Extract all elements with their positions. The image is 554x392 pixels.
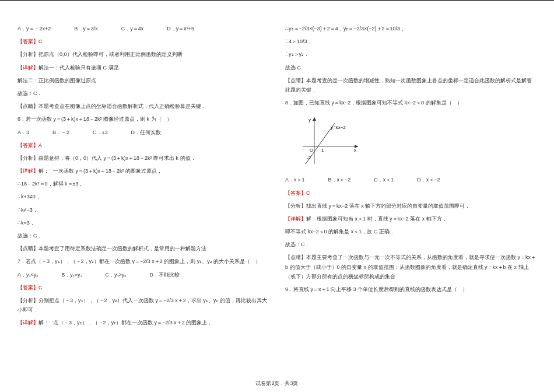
q6-detail3: ∵k+3≠0， <box>17 192 269 201</box>
q6-opt-b: B．－2 <box>52 128 69 137</box>
q5-detail-line: 【详解】解法一：代入检验只有选项 C 满足 <box>17 63 269 72</box>
q6-detail4: ∴k≠−3． <box>17 205 269 215</box>
q6-detail6: 故选：C． <box>17 231 269 240</box>
q8-opt-a: A．x＞1 <box>285 175 305 184</box>
q8-opt-b: B．x＞−2 <box>328 175 351 184</box>
q8-text: 8．如图，已知直线 y＝kx−2，根据图象可知不等式 kx−2＜0 的解集是（ … <box>285 98 537 107</box>
q6-opt-c: C．±3 <box>93 128 107 137</box>
q5-opt-c: C．y＝4x <box>121 24 144 33</box>
q8-options: A．x＞1 B．x＞−2 C．x＜1 D．x＜−2 <box>285 175 537 184</box>
graph-svg: y=kx−2 O -2 1 x y <box>297 114 361 167</box>
q8-opt-d: D．x＜−2 <box>417 175 440 184</box>
page-content: A．y＝－2x+2 B．y＝3/x C．y＝4x D．y＝x²+5 【答案】C … <box>0 0 554 338</box>
q7-options: A．y₁<y₂ B．y₁=y₂ C．y₁>y₂ D．不能比较 <box>17 270 269 279</box>
q6-detail2: ∴18－2k²＝0，解得 k＝±3， <box>17 179 269 188</box>
q7-opt-a: A．y₁<y₂ <box>17 270 38 279</box>
q5-detail3: 故选：C． <box>17 89 269 98</box>
q6-answer-label: 【答案】A <box>17 141 269 150</box>
q5-detail-label: 【详解】 <box>17 65 38 71</box>
q6-opt-d: D．任何实数 <box>131 128 161 137</box>
q7-opt-d: D．不能比较 <box>149 270 180 279</box>
q8-tip: 【点睛】本题主要考查了一次函数与一元一次不等式的关系，从函数的角度看，就是寻求使… <box>285 253 537 281</box>
two-columns: A．y＝－2x+2 B．y＝3/x C．y＝4x D．y＝x²+5 【答案】C … <box>17 24 537 328</box>
q7-answer-label: 【答案】C <box>17 283 269 292</box>
q8-detail2: 即不等式 kx−2＜0 的解集是 x＜1，故 C 正确． <box>285 227 537 236</box>
q7-opt-b: B．y₁=y₂ <box>61 270 82 279</box>
q5-answer-label: 【答案】C <box>17 37 269 46</box>
q5-detail-text: 解法一：代入检验只有选项 C 满足 <box>38 65 119 71</box>
q8-opt-c: C．x＜1 <box>374 175 394 184</box>
q8-detail-text: 解：根据图象可知当 x＜1 时，直线 y＝kx−2 落在 x 轴下方， <box>306 216 447 222</box>
graph-y-label: y <box>308 117 311 123</box>
right-column: ∴y₁＝−2/3×(−3)＋2＝4，y₂＝−2/3×(−2)＋2＝10/3， ∵… <box>285 24 537 328</box>
q5-opt-b: B．y＝3/x <box>74 24 98 33</box>
q7-opt-c: C．y₁>y₂ <box>106 270 127 279</box>
q7-calc2: ∵4＞10/3， <box>285 37 537 46</box>
q8-analysis: 【分析】找出直线 y＝kx−2 落在 x 轴下方的部分对应的自变量的取值范围即可… <box>285 201 537 211</box>
q5-options: A．y＝－2x+2 B．y＝3/x C．y＝4x D．y＝x²+5 <box>17 24 269 33</box>
graph-neg2: -2 <box>307 155 311 160</box>
q6-detail5: ∴k=3． <box>17 218 269 228</box>
q7-detail-text: 解：∵点（－3，y₁），（－2，y₂）都在一次函数 y＝−2/3 x＋2 的图象… <box>38 320 212 326</box>
q7-select: 故选 C. <box>285 63 537 72</box>
q8-graph: y=kx−2 O -2 1 x y <box>297 114 537 168</box>
q5-detail2: 解法二：正比例函数的图像过原点 <box>17 76 269 85</box>
q6-detail-line: 【详解】解：∵一次函数 y＝(3＋k)x＋18－2k² 的图象过原点， <box>17 166 269 176</box>
q6-opt-a: A．3 <box>17 128 29 137</box>
q6-text: 6．若一次函数 y＝(3＋k)x＋18－2k² 图像经过原点，则 k 为（ ） <box>17 114 269 124</box>
q7-detail-line: 【详解】解：∵点（－3，y₁），（－2，y₂）都在一次函数 y＝−2/3 x＋2… <box>17 318 269 327</box>
graph-label: y=kx−2 <box>331 125 346 130</box>
graph-one: 1 <box>321 148 324 153</box>
q6-detail-label: 【详解】 <box>17 168 38 174</box>
y-arrow-icon <box>313 117 316 121</box>
q6-options: A．3 B．－2 C．±3 D．任何实数 <box>17 128 269 137</box>
q7-calc3: ∴y₁＞y₂． <box>285 50 537 59</box>
graph-x-label: x <box>354 148 356 153</box>
q5-analysis: 【分析】把原点（0,0）代入检验即可，或者利用正比例函数的定义判断 <box>17 50 269 59</box>
q7-calc1: ∴y₁＝−2/3×(−3)＋2＝4，y₂＝−2/3×(−2)＋2＝10/3， <box>285 24 537 33</box>
q8-answer-label: 【答案】C <box>285 188 537 198</box>
q6-tip: 【点睛】本题考查了用待定系数法确定一次函数的解析式，是常用的一种解题方法． <box>17 244 269 253</box>
q8-detail3: 故选：C． <box>285 240 537 249</box>
q9-text: 9．将直线 y＝x＋1 向上平移 3 个单位长度后得到的直线的函数表达式是（ ） <box>285 285 537 294</box>
q8-detail-line: 【详解】解：根据图象可知当 x＜1 时，直线 y＝kx−2 落在 x 轴下方， <box>285 214 537 223</box>
q7-detail-label: 【详解】 <box>17 320 38 326</box>
q7-text: 7．若点（－3，y₁），（－2，y₂）都在一次函数 y＝−2/3 x＋2 的图象… <box>17 257 269 266</box>
q6-detail-text: 解：∵一次函数 y＝(3＋k)x＋18－2k² 的图象过原点， <box>38 168 162 174</box>
q7-tip: 【点睛】本题考查的是一次函数的增减性，熟知一次函数图象上各点的坐标一定适合此函数… <box>285 76 537 94</box>
q5-opt-d: D．y＝x²+5 <box>167 24 194 33</box>
q7-analysis: 【分析】分别把点（－3，y₁），（－2，y₂）代入一次函数 y＝−2/3 x＋2… <box>17 296 269 314</box>
page-footer: 试卷第2页，共3页 <box>0 380 554 387</box>
q5-opt-a: A．y＝－2x+2 <box>17 24 51 33</box>
left-column: A．y＝－2x+2 B．y＝3/x C．y＝4x D．y＝x²+5 【答案】C … <box>17 24 269 328</box>
graph-origin: O <box>310 148 313 153</box>
q5-tip: 【点睛】本题考查点在图像上点的坐标适合函数解析式，代入正确检验算是关键． <box>17 102 269 111</box>
q6-analysis: 【分析】由题意得，将（0，0）代入 y＝(3＋k)x＋18－2k² 即可求出 k… <box>17 153 269 163</box>
q8-detail-label: 【详解】 <box>285 216 306 222</box>
